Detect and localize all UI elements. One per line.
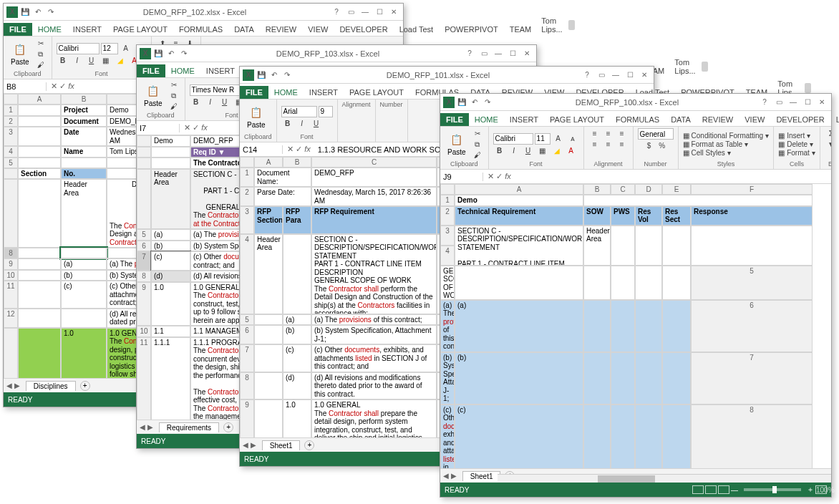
tab-data[interactable]: DATA [228, 23, 260, 36]
save-icon[interactable]: 💾 [152, 48, 164, 59]
window-title: DEMO_RFP_102.xlsx - Excel [59, 8, 330, 16]
undo-icon[interactable]: ↶ [32, 6, 44, 18]
fill-color-icon[interactable]: ◢ [114, 56, 127, 66]
label-date: Date [61, 127, 107, 146]
copy-icon[interactable]: ⧉ [34, 49, 47, 59]
chevron-down-icon: ▼ [218, 148, 225, 156]
font-size-combo[interactable]: 12 [101, 43, 118, 54]
grow-font-icon[interactable]: A [120, 44, 132, 54]
sheet-tab[interactable]: Requirements [159, 422, 219, 432]
zoom-level[interactable]: 100% [815, 485, 827, 494]
minimize-icon[interactable]: — [787, 97, 800, 107]
font-combo[interactable]: Calibri [57, 43, 100, 54]
undo-icon[interactable]: ↶ [469, 97, 480, 108]
label-name: Name [61, 146, 107, 158]
conditional-formatting-button[interactable]: ▦ Conditional Formatting ▾ [683, 132, 770, 140]
scrollbar-horizontal[interactable] [498, 474, 831, 483]
cut-icon[interactable]: ✂ [34, 39, 47, 49]
tab-home[interactable]: HOME [165, 64, 200, 77]
font-combo[interactable]: Times New R [190, 84, 240, 96]
sheet-tab[interactable]: Disciplines [26, 381, 76, 391]
ribbon-opts-icon[interactable]: ▭ [477, 49, 490, 59]
tab-file[interactable]: FILE [137, 64, 165, 77]
tab-formulas[interactable]: FORMULAS [173, 23, 228, 36]
select-all[interactable] [4, 94, 18, 105]
tab-page-layout[interactable]: PAGE LAYOUT [107, 23, 173, 36]
tab-loadtest[interactable]: Load Test [394, 23, 440, 36]
tab-insert[interactable]: INSERT [67, 23, 107, 36]
format-button[interactable]: ▦ Format ▾ [778, 149, 815, 157]
format-painter-icon[interactable]: 🖌 [471, 150, 484, 160]
undo-icon[interactable]: ↶ [165, 48, 177, 59]
redo-icon[interactable]: ↷ [281, 69, 293, 81]
excel-window-100[interactable]: X💾↶↷DEMO_RFP_100.xlsx - Excel?▭—☐✕ FILEH… [440, 93, 832, 498]
tab-powerpivot[interactable]: POWERPIVOT [439, 23, 504, 36]
cut-icon[interactable]: ✂ [168, 80, 180, 90]
maximize-icon[interactable]: ☐ [373, 7, 386, 17]
autosum-icon[interactable]: Σ [825, 128, 831, 138]
new-sheet-icon[interactable]: + [80, 381, 90, 391]
paste-button[interactable]: 📋Paste [8, 41, 32, 67]
redo-icon[interactable]: ↷ [178, 48, 190, 59]
ribbon-tabs: FILE HOME INSERT PAGE LAYOUT FORMULAS DA… [4, 21, 403, 37]
ribbon-opts-icon[interactable]: ▭ [344, 7, 357, 17]
tab-team[interactable]: TEAM [504, 23, 538, 36]
copy-icon[interactable]: ⧉ [168, 91, 180, 101]
excel-icon: X [243, 69, 254, 81]
save-icon[interactable]: 💾 [456, 97, 467, 108]
border-icon[interactable]: ▦ [100, 56, 112, 66]
copy-icon[interactable]: ⧉ [471, 140, 484, 150]
help-icon[interactable]: ? [463, 49, 476, 59]
format-painter-icon[interactable]: 🖌 [168, 102, 180, 112]
col-A[interactable]: A [18, 94, 61, 105]
tab-view[interactable]: VIEW [302, 23, 334, 36]
tab-home[interactable]: HOME [32, 23, 67, 36]
cut-icon[interactable]: ✂ [471, 129, 484, 139]
italic-icon[interactable]: I [71, 56, 84, 66]
help-icon[interactable]: ? [758, 97, 771, 107]
delete-button[interactable]: ▦ Delete ▾ [778, 140, 815, 148]
redo-icon[interactable]: ↷ [45, 6, 57, 18]
close-icon[interactable]: ✕ [815, 97, 828, 107]
insert-button[interactable]: ▦ Insert ▾ [778, 132, 815, 140]
undo-icon[interactable]: ↶ [268, 69, 280, 81]
ribbon-opts-icon[interactable]: ▭ [772, 97, 785, 107]
cell-section-c: SECTION C - DESCRIPTION/SPECIFICATION/WO… [311, 234, 437, 314]
hdr-no: No. [61, 168, 107, 180]
name-box[interactable]: I7 [137, 124, 180, 132]
fx-icon[interactable]: ✕ ✓ fx [47, 82, 79, 91]
save-icon[interactable]: 💾 [256, 69, 267, 81]
status-ready: READY [8, 396, 32, 404]
cell-styles-button[interactable]: ▦ Cell Styles ▾ [683, 149, 770, 157]
minimize-icon[interactable]: — [492, 49, 505, 59]
fill-icon[interactable]: ▼ [825, 139, 831, 149]
maximize-icon[interactable]: ☐ [506, 49, 519, 59]
name-box[interactable]: B8 [4, 82, 47, 91]
label-project: Project [61, 105, 107, 116]
minimize-icon[interactable]: — [359, 7, 372, 17]
fx-icon[interactable]: ✕ ✓ fx [180, 123, 212, 132]
format-painter-icon[interactable]: 🖌 [34, 60, 47, 70]
avatar-icon [805, 83, 811, 93]
excel-icon: X [6, 6, 18, 18]
user-menu[interactable]: Tom Lips... [670, 56, 712, 77]
redo-icon[interactable]: ↷ [482, 97, 493, 108]
user-menu[interactable]: Tom Lips... [537, 14, 578, 36]
paste-button[interactable]: 📋Paste [445, 131, 469, 158]
new-sheet-icon[interactable]: + [223, 422, 233, 432]
format-as-table-button[interactable]: ▦ Format as Table ▾ [683, 140, 770, 148]
save-icon[interactable]: 💾 [19, 6, 31, 18]
tab-file[interactable]: FILE [4, 23, 32, 36]
paste-button[interactable]: 📋Paste [141, 82, 165, 109]
close-icon[interactable]: ✕ [520, 49, 533, 59]
close-icon[interactable]: ✕ [387, 7, 400, 17]
bold-icon[interactable]: B [57, 56, 69, 66]
underline-icon[interactable]: U [85, 56, 98, 66]
tab-developer[interactable]: DEVELOPER [334, 23, 393, 36]
maximize-icon[interactable]: ☐ [801, 97, 814, 107]
help-icon[interactable]: ? [330, 7, 343, 17]
col-B[interactable]: B [61, 94, 107, 105]
tab-review[interactable]: REVIEW [260, 23, 302, 36]
sheet-nav[interactable]: ◀ ▶ [4, 382, 23, 389]
paste-button[interactable]: 📋Paste [244, 104, 268, 130]
